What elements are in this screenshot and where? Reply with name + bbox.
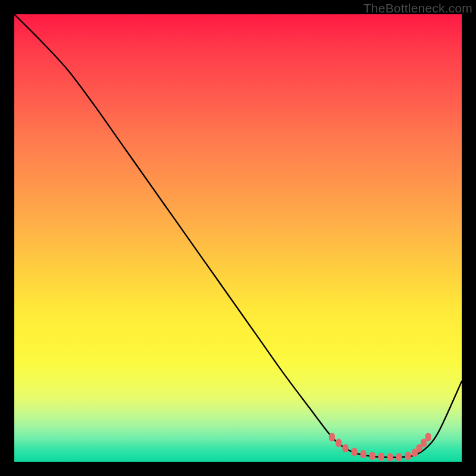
watermark-text: TheBottleneck.com: [364, 1, 472, 15]
marker-dot: [329, 433, 335, 441]
marker-dot: [336, 439, 342, 447]
marker-dot: [396, 453, 402, 461]
marker-dot: [405, 452, 411, 460]
marker-dot: [425, 433, 431, 441]
marker-dot: [352, 447, 358, 456]
chart-frame: [14, 14, 462, 462]
marker-dot: [378, 453, 384, 461]
bottleneck-curve: [14, 14, 462, 458]
marker-dot: [387, 453, 393, 461]
marker-dot: [361, 450, 367, 458]
marker-dot: [342, 444, 348, 452]
marker-dot: [369, 452, 375, 460]
chart-svg: [14, 14, 462, 462]
bottleneck-band-markers: [329, 433, 431, 462]
